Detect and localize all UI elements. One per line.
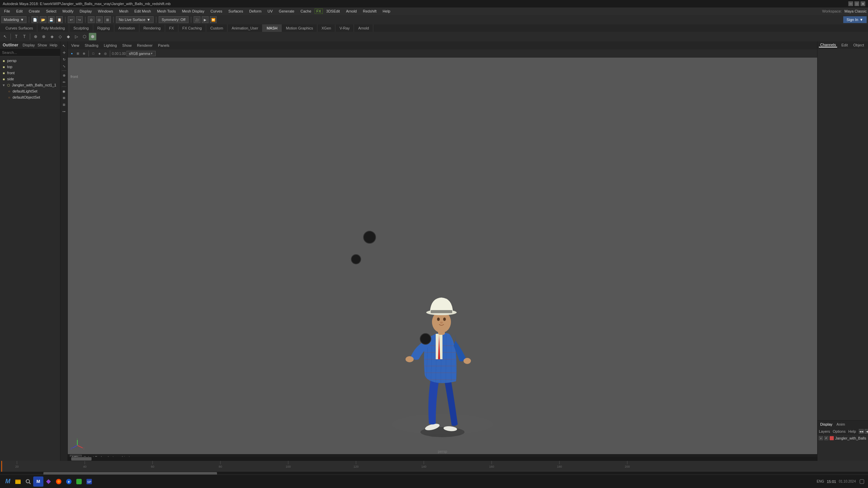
outliner-help[interactable]: Help [50,43,57,47]
outliner-display[interactable]: Display [23,43,35,47]
select-tool-btn[interactable]: ↖ [61,43,67,49]
outliner-show[interactable]: Show [38,43,47,47]
tab-vray[interactable]: V-Ray [335,24,354,32]
tree-item-jangler-group[interactable]: ▼ ⬡ Jangler_with_Balls_nct1_1 [0,82,60,88]
mash2-icon-btn[interactable]: ⊗ [40,33,47,40]
rotate-tool-btn[interactable]: ↻ [61,56,67,62]
menu-edit[interactable]: Edit [14,8,25,14]
magnet-button[interactable]: ◎ [96,16,103,23]
vp-texture-btn[interactable]: ◎ [103,51,108,56]
tab-fx-caching[interactable]: FX Caching [178,24,206,32]
browser2-taskbar-icon[interactable]: e [64,476,74,487]
menu-edit-mesh[interactable]: Edit Mesh [132,8,154,14]
outliner-search[interactable] [0,49,60,56]
tab-motion-graphics[interactable]: Motion Graphics [282,24,317,32]
text2-icon-btn[interactable]: T [21,33,28,40]
vp-smooth-btn[interactable]: ◈ [97,51,102,56]
soft-select-btn[interactable]: ⊶ [61,108,67,115]
redo-button[interactable]: ↪ [76,16,83,23]
mash-icon-btn[interactable]: ⊕ [32,33,39,40]
tab-arnold[interactable]: Arnold [354,24,373,32]
menu-display[interactable]: Display [77,8,95,14]
layer-playback-btn[interactable]: P [824,436,828,440]
mash6-icon-btn[interactable]: ▷ [73,33,80,40]
tab-custom[interactable]: Custom [206,24,228,32]
new-file-button[interactable]: 📄 [32,16,38,23]
vp-menu-panels[interactable]: Panels [156,43,172,47]
snap-grid-btn[interactable]: ⊞ [61,102,67,108]
lasso-tool-btn[interactable]: ⊕ [61,72,67,78]
file-manager-icon[interactable] [13,476,23,487]
mash5-icon-btn[interactable]: ◆ [64,33,72,40]
tree-item-front[interactable]: ■ front [0,70,60,76]
render-button[interactable]: ▶ [202,16,209,23]
tab-poly-modeling[interactable]: Poly Modeling [37,24,69,32]
tree-item-lightset[interactable]: ○ defaultLightSet [0,88,60,94]
viewport-scrollbar[interactable] [68,457,817,461]
tab-display-layers[interactable]: Display [819,422,834,426]
mash3-icon-btn[interactable]: ◈ [48,33,56,40]
undo-button[interactable]: ↩ [68,16,75,23]
layers-sub-layers[interactable]: Layers [819,429,830,433]
menu-deform[interactable]: Deform [246,8,264,14]
vp-grid-btn[interactable]: ⊞ [75,51,81,56]
tab-edit[interactable]: Edit [840,43,849,47]
tab-channels[interactable]: Channels [819,43,837,47]
menu-generate[interactable]: Generate [276,8,297,14]
tree-item-persp[interactable]: ■ persp [0,58,60,64]
tab-animation-user[interactable]: Animation_User [228,24,262,32]
paint-tool-btn[interactable]: ✏ [61,79,67,85]
tab-curves-surfaces[interactable]: Curves Surfaces [1,24,37,32]
mash4-icon-btn[interactable]: ◇ [56,33,64,40]
tree-expand-icon[interactable]: ▼ [1,83,6,87]
tab-mash[interactable]: MASH [262,24,282,32]
menu-select[interactable]: Select [43,8,59,14]
start-button[interactable]: M [3,476,13,487]
mode-dropdown[interactable]: Modeling ▼ [1,16,26,23]
mash7-icon-btn[interactable]: ⬡ [81,33,88,40]
grid-snap-button[interactable]: ⊞ [104,16,111,23]
snap-points-btn[interactable]: ⊠ [61,95,67,101]
tab-rendering[interactable]: Rendering [139,24,165,32]
menu-mesh-tools[interactable]: Mesh Tools [154,8,178,14]
browser4-taskbar-icon[interactable]: SP [84,476,94,487]
notification-icon[interactable] [859,478,865,485]
vp-menu-shading[interactable]: Shading [83,43,100,47]
render-seq-button[interactable]: ⏩ [210,16,217,23]
layer-nav-prev[interactable]: ◀ [865,429,868,434]
browser3-taskbar-icon[interactable] [74,476,84,487]
vp-menu-view[interactable]: View [69,43,81,47]
menu-redshift[interactable]: Redshift [360,8,379,14]
scale-tool-btn[interactable]: ⤡ [61,63,67,69]
viewport[interactable]: View Shading Lighting Show Renderer Pane… [68,41,817,461]
menu-mesh[interactable]: Mesh [116,8,131,14]
menu-fx[interactable]: FX [315,8,323,14]
close-button[interactable]: ✕ [861,1,865,6]
menu-mesh-display[interactable]: Mesh Display [179,8,207,14]
layers-sub-options[interactable]: Options [833,429,846,433]
tab-xgen[interactable]: XGen [317,24,335,32]
menu-windows[interactable]: Windows [95,8,116,14]
camera-button[interactable]: 🎥 [194,16,200,23]
save-file-button[interactable]: 💾 [48,16,55,23]
menu-3dsedit[interactable]: 3DSEdit [323,8,342,14]
mash8-icon-btn[interactable]: ⬢ [89,33,96,40]
move-tool-btn[interactable]: ✛ [61,49,67,56]
menu-uv[interactable]: UV [265,8,275,14]
vp-menu-renderer[interactable]: Renderer [135,43,155,47]
layers-sub-help[interactable]: Help [848,429,856,433]
vp-wireframe-btn[interactable]: □ [91,51,96,56]
text-icon-btn[interactable]: T [13,33,20,40]
menu-surfaces[interactable]: Surfaces [226,8,246,14]
vp-camera-icon-btn[interactable]: ● [69,51,75,56]
sign-in-button[interactable]: Sign In ▼ [843,16,867,23]
save-as-button[interactable]: 📋 [56,16,63,23]
tree-item-objectset[interactable]: ○ defaultObjectSet [0,94,60,100]
search-taskbar-icon[interactable] [23,476,33,487]
minimize-button[interactable]: ─ [848,1,853,6]
menu-arnold[interactable]: Arnold [343,8,359,14]
menu-help[interactable]: Help [380,8,393,14]
live-surface-dropdown[interactable]: No Live Surface ▼ [116,16,154,23]
browser1-taskbar-icon[interactable] [54,476,64,487]
timeline-ruler[interactable]: 20 40 60 80 100 120 140 160 180 200 [0,461,868,472]
